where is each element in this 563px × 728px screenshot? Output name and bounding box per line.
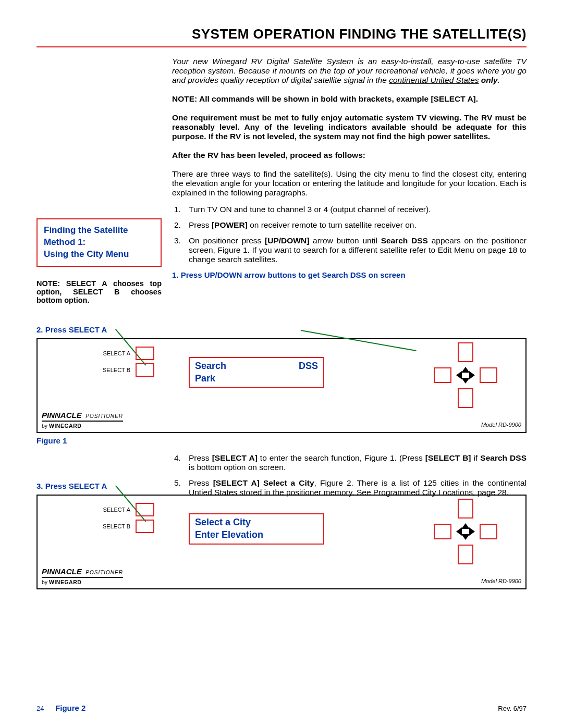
step-2-text: Press [POWER] on receiver remote to turn… xyxy=(189,220,527,230)
step-1-num: 1. xyxy=(174,205,183,214)
steps-4-5-block: 4. Press [SELECT A] to enter the search … xyxy=(172,453,527,497)
s3c: arrow button until xyxy=(309,236,381,245)
by-text-2: by xyxy=(42,579,49,585)
dpad-right-button-2[interactable] xyxy=(480,524,497,539)
select-a-button-2[interactable] xyxy=(136,503,154,516)
caption-step1: 1. Press UP/DOWN arrow buttons to get Se… xyxy=(172,270,527,279)
s3a: On positioner press xyxy=(189,236,265,245)
intro-underline: continental United States xyxy=(389,76,479,84)
screen1-line1: Search DSS xyxy=(195,360,318,372)
select-b-button[interactable] xyxy=(136,363,154,377)
s2a: Press xyxy=(189,220,212,229)
three-ways: There are three ways to find the satelli… xyxy=(172,169,527,198)
dpad-down-button[interactable] xyxy=(458,388,473,408)
left-note: NOTE: SELECT A chooses top option, SELEC… xyxy=(36,279,162,304)
figure-2-caption: Figure 2 xyxy=(55,704,85,712)
by-winegard-2: by WINEGARD xyxy=(42,579,123,585)
s4d: [SELECT B] xyxy=(425,453,471,462)
screen2-line1: Select a City xyxy=(195,516,318,528)
step-4: 4. Press [SELECT A] to enter the search … xyxy=(172,453,527,472)
after-level: After the RV has been leveled, proceed a… xyxy=(172,151,527,160)
step-2-num: 2. xyxy=(174,220,183,230)
step-1-text: Turn TV ON and tune to channel 3 or 4 (o… xyxy=(189,205,527,214)
winegard-text-2: WINEGARD xyxy=(49,579,81,585)
positioner-panel-2: SELECT A SELECT B Select a City Enter El… xyxy=(36,495,527,589)
arrow-down-icon xyxy=(461,378,470,384)
figure-1-caption: Figure 1 xyxy=(36,436,527,445)
step-3-text: On positioner press [UP/DOWN] arrow butt… xyxy=(189,236,527,264)
arrow-down-icon-2 xyxy=(461,534,470,540)
title-rule xyxy=(36,46,527,47)
positioner-word-2: POSITIONER xyxy=(85,570,123,575)
footer: 24 Figure 2 Rev. 6/97 xyxy=(36,704,527,712)
arrow-left-icon-2 xyxy=(456,527,462,536)
content-wrap: Finding the Satellite Method 1: Using th… xyxy=(36,57,527,338)
method-box: Finding the Satellite Method 1: Using th… xyxy=(36,218,162,267)
select-group-2: SELECT A SELECT B xyxy=(100,503,154,536)
step-4-text: Press [SELECT A] to enter the search fun… xyxy=(189,453,527,472)
method-l3: Using the City Menu xyxy=(44,249,154,261)
requirement-block: One requirement must be met to fully enj… xyxy=(172,113,527,141)
positioner-panel-1: SELECT A SELECT B Search DSS Park PINNAC… xyxy=(36,338,527,433)
s4f: Search DSS xyxy=(480,453,527,462)
pinnacle-logo-2: PINNACLE xyxy=(42,567,82,576)
branding-1: PINNACLE POSITIONER by WINEGARD xyxy=(42,411,123,429)
dpad-right-button[interactable] xyxy=(480,367,497,383)
arrow-right-icon-2 xyxy=(469,527,475,536)
step-1: 1. Turn TV ON and tune to channel 3 or 4… xyxy=(172,205,527,214)
intro-paragraph: Your new Winegard RV Digital Satellite S… xyxy=(172,57,527,85)
select-b-button-2[interactable] xyxy=(136,520,154,533)
model-2: Model RD-9900 xyxy=(481,578,521,584)
step-3-num: 3. xyxy=(174,236,183,264)
note-commands: NOTE: All commands will be shown in bold… xyxy=(172,94,527,104)
model-1: Model RD-9900 xyxy=(481,422,521,428)
select-group-1: SELECT A SELECT B xyxy=(100,347,154,380)
left-step-2: 2. Press SELECT A xyxy=(36,325,162,334)
select-a-row-2: SELECT A xyxy=(100,503,154,516)
select-a-button[interactable] xyxy=(136,347,154,360)
dpad-center-2 xyxy=(455,521,476,542)
arrow-up-icon xyxy=(461,367,470,373)
right-column: Your new Winegard RV Digital Satellite S… xyxy=(172,57,527,338)
screen1-l1a: Search xyxy=(195,360,226,372)
screen-1: Search DSS Park xyxy=(189,357,324,388)
dpad-1 xyxy=(432,342,499,410)
s5b: [SELECT A] Select a City xyxy=(213,478,314,487)
intro-only: only xyxy=(479,76,498,84)
s3d: Search DSS xyxy=(381,236,428,245)
s4b: [SELECT A] xyxy=(212,453,258,462)
dpad-left-button-2[interactable] xyxy=(434,524,451,539)
s4e: if xyxy=(471,453,481,462)
dpad-down-button-2[interactable] xyxy=(458,545,473,564)
left-column: Finding the Satellite Method 1: Using th… xyxy=(36,57,162,338)
step-2: 2. Press [POWER] on receiver remote to t… xyxy=(172,220,527,230)
method-l1: Finding the Satellite xyxy=(44,225,154,237)
s2b: [POWER] xyxy=(212,220,248,229)
dpad-up-button[interactable] xyxy=(458,342,473,362)
select-a-label: SELECT A xyxy=(100,350,130,356)
s2c: on receiver remote to turn satellite rec… xyxy=(248,220,417,229)
s5a: Press xyxy=(189,478,213,487)
footer-rev: Rev. 6/97 xyxy=(498,705,527,712)
step-4-num: 4. xyxy=(174,453,183,472)
page-title: SYSTEM OPERATION FINDING THE SATELLITE(S… xyxy=(36,26,527,46)
by-winegard: by WINEGARD xyxy=(42,423,123,429)
method-l2: Method 1: xyxy=(44,237,154,249)
screen1-l1b: DSS xyxy=(299,360,318,372)
select-b-label: SELECT B xyxy=(100,367,130,373)
dpad-2 xyxy=(432,499,499,566)
select-a-label-2: SELECT A xyxy=(100,507,130,513)
arrow-up-icon-2 xyxy=(461,523,470,529)
select-a-row: SELECT A xyxy=(100,347,154,360)
footer-left: 24 Figure 2 xyxy=(36,704,85,712)
s4a: Press xyxy=(189,453,212,462)
dpad-left-button[interactable] xyxy=(434,367,451,383)
positioner-word: POSITIONER xyxy=(85,413,123,419)
dpad-center xyxy=(455,365,476,386)
select-b-row: SELECT B xyxy=(100,363,154,377)
arrow-left-icon xyxy=(456,371,462,379)
select-b-row-2: SELECT B xyxy=(100,520,154,533)
dpad-up-button-2[interactable] xyxy=(458,499,473,519)
s4c: to enter the search function, Figure 1. … xyxy=(258,453,425,462)
screen-2: Select a City Enter Elevation xyxy=(189,513,324,545)
